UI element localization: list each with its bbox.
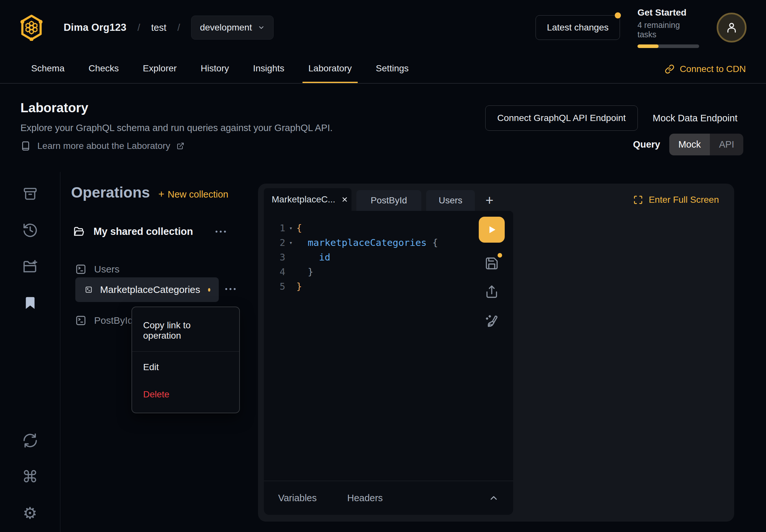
breadcrumb-org[interactable]: Dima Org123 <box>64 22 126 33</box>
breadcrumb: Dima Org123 / test / development <box>19 14 273 41</box>
query-toggle-row: Query Mock API <box>633 134 743 155</box>
page-description: Explore your GraphQL schema and run quer… <box>20 123 333 133</box>
unsaved-dot <box>208 288 210 292</box>
external-link-icon <box>176 142 184 150</box>
fold-arrow-icon[interactable]: ▾ <box>285 239 296 246</box>
run-icon[interactable] <box>479 217 505 243</box>
collection-row[interactable]: My shared collection <box>73 226 245 237</box>
operation-menu-button[interactable] <box>225 288 236 290</box>
code-line: 1 ▾ { <box>264 221 513 235</box>
operation-label: PostById <box>94 315 133 326</box>
book-icon <box>20 141 31 151</box>
target-select[interactable]: development <box>191 16 273 40</box>
page-title: Laboratory <box>20 101 88 115</box>
endpoint-actions: Connect GraphQL API Endpoint Mock Data E… <box>485 105 737 131</box>
mock-endpoint-button[interactable]: Mock Data Endpoint <box>653 113 737 124</box>
chevron-down-icon <box>258 24 265 31</box>
shortcuts-icon[interactable]: ⌘ <box>21 468 39 486</box>
target-select-value: development <box>200 22 252 33</box>
get-started-subtitle: 4 remaining tasks <box>638 20 699 39</box>
toggle-api[interactable]: API <box>710 134 743 155</box>
settings-icon[interactable]: ⚙ <box>21 504 39 522</box>
tab-laboratory[interactable]: Laboratory <box>302 55 358 83</box>
link-icon <box>665 64 675 74</box>
operation-item-postbyid[interactable]: PostById <box>75 308 133 333</box>
headers-tab[interactable]: Headers <box>347 493 383 503</box>
tab-history[interactable]: History <box>195 55 235 83</box>
code-area[interactable]: 1 ▾ { 2 ▾ marketplaceCategories { 3 id 4 <box>264 211 513 481</box>
menu-item-copy-link[interactable]: Copy link to operation <box>132 312 239 349</box>
editor-tab-users[interactable]: Users <box>426 190 475 211</box>
editor-footer: Variables Headers <box>264 481 513 515</box>
save-icon[interactable] <box>484 256 500 271</box>
menu-item-delete[interactable]: Delete <box>132 381 239 408</box>
chevron-up-icon[interactable] <box>489 493 499 503</box>
connect-to-cdn-link[interactable]: Connect to CDN <box>665 55 746 83</box>
query-label: Query <box>633 139 660 150</box>
menu-item-edit[interactable]: Edit <box>132 354 239 381</box>
operation-item-marketplacecategories[interactable]: MarketplaceCategories <box>75 277 219 302</box>
fold-arrow-icon[interactable]: ▾ <box>285 225 296 231</box>
hive-logo-icon[interactable] <box>19 14 43 41</box>
play-triangle <box>486 224 497 235</box>
refresh-icon[interactable] <box>21 431 39 450</box>
latest-changes-label: Latest changes <box>547 22 609 32</box>
plus-icon: + <box>158 188 164 200</box>
editor-tab-postbyid[interactable]: PostById <box>356 190 421 211</box>
get-started[interactable]: Get Started 4 remaining tasks <box>638 7 699 48</box>
archive-icon[interactable] <box>21 185 39 203</box>
user-avatar[interactable] <box>717 13 747 42</box>
get-started-title: Get Started <box>638 7 699 18</box>
history-icon[interactable] <box>21 221 39 239</box>
fullscreen-button[interactable]: Enter Full Screen <box>633 195 719 205</box>
command-glyph: ⌘ <box>22 469 38 485</box>
tab-insights[interactable]: Insights <box>247 55 290 83</box>
connect-to-cdn-label: Connect to CDN <box>680 64 746 74</box>
tab-checks[interactable]: Checks <box>83 55 125 83</box>
learn-more-link[interactable]: Learn more about the Laboratory <box>20 141 184 151</box>
new-folder-icon[interactable] <box>21 258 39 276</box>
new-tab-button[interactable]: + <box>478 190 501 211</box>
operations-title: Operations <box>71 184 150 201</box>
prettify-icon[interactable] <box>484 313 500 328</box>
close-icon[interactable] <box>341 196 348 203</box>
get-started-progress-fill <box>638 44 659 48</box>
line-number: 3 <box>264 252 285 263</box>
toggle-mock[interactable]: Mock <box>669 134 710 155</box>
code-line: 5 } <box>264 279 513 294</box>
latest-changes-button[interactable]: Latest changes <box>536 15 620 40</box>
line-number: 1 <box>264 223 285 234</box>
breadcrumb-separator: / <box>177 22 180 33</box>
laboratory-panel: MarketplaceC... PostById Users + Enter F… <box>258 184 734 522</box>
new-collection-label: New collection <box>168 189 228 200</box>
line-number: 2 <box>264 237 285 248</box>
laboratory-rail: ⌘ ⚙ <box>0 172 60 532</box>
fullscreen-label: Enter Full Screen <box>649 195 719 205</box>
operation-label: MarketplaceCategories <box>100 284 200 295</box>
variables-tab[interactable]: Variables <box>278 493 317 503</box>
operation-label: Users <box>94 264 119 275</box>
tab-schema[interactable]: Schema <box>25 55 70 83</box>
query-editor[interactable]: 1 ▾ { 2 ▾ marketplaceCategories { 3 id 4 <box>264 211 513 515</box>
operation-icon <box>85 284 92 295</box>
expand-icon <box>633 195 643 205</box>
editor-tab-label: MarketplaceC... <box>272 194 335 205</box>
collection-menu-button[interactable] <box>215 231 226 233</box>
tab-explorer[interactable]: Explorer <box>137 55 182 83</box>
menu-divider <box>132 351 239 352</box>
line-number: 4 <box>264 266 285 277</box>
breadcrumb-project[interactable]: test <box>151 22 166 33</box>
tab-settings[interactable]: Settings <box>370 55 415 83</box>
notification-dot <box>615 12 621 18</box>
operation-icon <box>75 315 86 326</box>
user-icon <box>725 21 738 34</box>
bookmark-icon[interactable] <box>21 294 39 312</box>
share-icon[interactable] <box>484 284 500 300</box>
mock-api-toggle: Mock API <box>669 134 743 155</box>
breadcrumb-separator: / <box>137 22 140 33</box>
new-collection-button[interactable]: + New collection <box>158 188 228 200</box>
connect-endpoint-button[interactable]: Connect GraphQL API Endpoint <box>485 105 638 131</box>
editor-tab-marketplacecategories[interactable]: MarketplaceC... <box>264 188 351 211</box>
editor-actions <box>479 217 505 328</box>
gear-glyph: ⚙ <box>23 505 37 521</box>
